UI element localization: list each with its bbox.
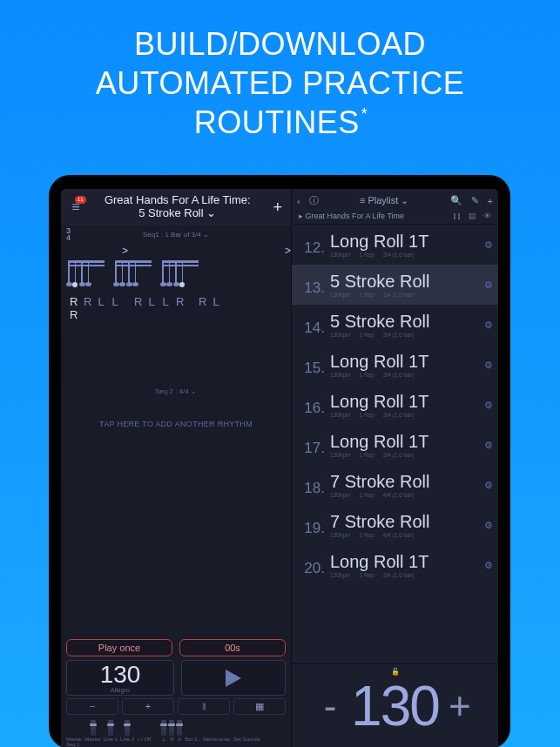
title-line2: 5 Stroke Roll ⌄ (85, 207, 269, 220)
tempo-value[interactable]: 130 (351, 674, 439, 738)
time-signature[interactable]: 34 (66, 227, 82, 241)
seq1-label[interactable]: Seq1 : 1 Bar of 3/4 ⌄ (82, 231, 270, 239)
list-item[interactable]: ··15. Long Roll 1T130bpm1 Rep3/4 (1.0 ba… (292, 345, 498, 385)
list-item[interactable]: ··13. 5 Stroke Roll130bpm1 Rep3/4 (1.0 b… (292, 265, 498, 305)
add-playlist-icon[interactable]: + (488, 196, 493, 206)
hero-line1: BUILD/DOWNLOAD (134, 26, 426, 62)
sticking-extra: R (68, 308, 284, 321)
note-beams (68, 260, 284, 288)
big-tempo-panel: 🔓 - 130 + (292, 663, 498, 747)
gear-icon[interactable]: ⚙ (484, 239, 493, 251)
playlist-dropdown[interactable]: ≡ Playlist ⌄ (327, 195, 442, 206)
add-rhythm-prompt[interactable]: TAP HERE TO ADD ANOTHER RHYTHM (61, 420, 291, 428)
hero-headline: BUILD/DOWNLOAD AUTOMATED PRACTICE ROUTIN… (0, 0, 560, 152)
seq1-bar: 34 Seq1 : 1 Bar of 3/4 ⌄ (61, 225, 291, 243)
accent-row: >> (61, 245, 291, 257)
tempo-plus-button[interactable]: + (439, 684, 481, 728)
bpm-label: Allegro (69, 687, 172, 693)
notation-area[interactable]: >> RRLL RLLR RL R (61, 243, 291, 318)
fader-line2[interactable] (125, 720, 130, 736)
fader-line1[interactable] (108, 720, 113, 736)
gear-icon[interactable]: ⚙ (484, 360, 493, 371)
notes-icon[interactable]: ▤ (469, 212, 476, 220)
left-title[interactable]: Great Hands For A Life Time: 5 Stroke Ro… (85, 194, 269, 220)
list-item[interactable]: ··14. 5 Stroke Roll130bpm1 Rep3/4 (1.0 b… (292, 305, 498, 345)
grid-icon[interactable]: ▦ (233, 698, 286, 715)
info-icon[interactable]: ⓘ (309, 194, 319, 207)
bpm-value: 130 (69, 663, 172, 687)
gear-icon[interactable]: ⚙ (484, 520, 493, 531)
gear-icon[interactable]: ⚙ (484, 400, 493, 411)
fader-master[interactable] (91, 720, 96, 736)
gear-icon[interactable]: ⚙ (484, 560, 493, 571)
gear-icon[interactable]: ⚙ (484, 480, 493, 491)
play-mode-button[interactable]: Play once (66, 639, 172, 656)
hero-asterisk: * (361, 105, 368, 123)
list-item[interactable]: ··18. 7 Stroke Roll130bpm1 Rep4/4 (1.0 b… (292, 465, 498, 505)
search-icon[interactable]: 🔍 (450, 195, 462, 206)
fader-a[interactable] (177, 720, 182, 736)
breadcrumb[interactable]: ▸ Great Hands For A Life Time (299, 212, 446, 220)
hero-line2: AUTOMATED PRACTICE (96, 65, 465, 101)
gear-icon[interactable]: ⚙ (484, 440, 493, 451)
lock-icon[interactable]: 🔓 (391, 668, 400, 676)
notification-badge: 11 (75, 196, 86, 204)
play-icon (226, 670, 241, 687)
right-subheader: ▸ Great Hands For A Life Time ⫿⫿ ▤ 👁 (292, 210, 498, 225)
left-header: ≡11 Great Hands For A Life Time: 5 Strok… (61, 189, 291, 225)
fader-l[interactable] (161, 720, 166, 736)
list-item[interactable]: ··17. Long Roll 1T130bpm1 Rep3/4 (1.0 ba… (292, 425, 498, 465)
left-pane: ≡11 Great Hands For A Life Time: 5 Strok… (61, 189, 292, 747)
add-button[interactable]: + (269, 199, 286, 217)
fader-r[interactable] (169, 720, 174, 736)
playlist-list[interactable]: ··12. Long Roll 1T130bpm1 Rep3/4 (1.0 ba… (292, 225, 498, 663)
mixer-strip: Master Master Line 1 Line 2 ♪ / Off L R … (61, 718, 291, 742)
sticking-row: RRLL RLLR RL (68, 295, 284, 308)
hero-line3: ROUTINES (194, 104, 360, 140)
tablet-frame: ≡11 Great Hands For A Life Time: 5 Strok… (51, 177, 509, 747)
list-item[interactable]: ··16. Long Roll 1T130bpm1 Rep3/4 (1.0 ba… (292, 385, 498, 425)
edit-icon[interactable]: ✎ (471, 195, 479, 206)
back-icon[interactable]: ‹ (297, 196, 300, 206)
menu-button[interactable]: ≡11 (66, 199, 85, 215)
eye-icon[interactable]: 👁 (483, 212, 491, 220)
bpm-plus-button[interactable]: + (122, 698, 174, 715)
bars-icon[interactable]: ⦀ (178, 698, 230, 715)
play-button[interactable] (181, 660, 286, 696)
list-item[interactable]: ··19. 7 Stroke Roll130bpm1 Rep4/4 (1.0 b… (292, 505, 498, 545)
stats-icon[interactable]: ⫿⫿ (453, 212, 462, 220)
tempo-minus-button[interactable]: - (309, 684, 351, 728)
right-pane: ‹ ⓘ ≡ Playlist ⌄ 🔍 ✎ + ▸ Great Hands For… (292, 189, 498, 747)
seq1-label-small: Seq 1 (66, 742, 80, 747)
gear-icon[interactable]: ⚙ (484, 279, 493, 291)
right-header: ‹ ⓘ ≡ Playlist ⌄ 🔍 ✎ + (292, 189, 498, 210)
list-item[interactable]: ··20. Long Roll 1T130bpm1 Rep3/4 (1.0 ba… (292, 545, 498, 585)
bpm-minus-button[interactable]: − (66, 698, 118, 715)
mixer-seq-row: Seq 1 (61, 742, 291, 747)
gear-icon[interactable]: ⚙ (484, 320, 493, 331)
transport-panel: Play once 00s 130 Allegro − + ⦀ ▦ (61, 636, 291, 718)
seq2-label[interactable]: Seq 2 : 4/4 ⌄ (61, 387, 291, 395)
title-line1: Great Hands For A Life Time: (85, 194, 269, 207)
list-item[interactable]: ··12. Long Roll 1T130bpm1 Rep3/4 (1.0 ba… (292, 225, 498, 265)
bpm-display[interactable]: 130 Allegro (66, 660, 174, 696)
app-screen: ≡11 Great Hands For A Life Time: 5 Strok… (61, 189, 498, 747)
timer-display[interactable]: 00s (179, 639, 286, 656)
